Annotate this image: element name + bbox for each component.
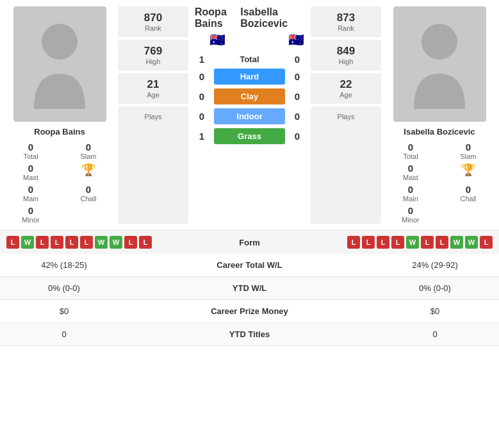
player1-stats: 0 Total 0 Slam 0 Mast 🏆 0 Main 0 Chall bbox=[5, 142, 114, 224]
form-badge: L bbox=[362, 236, 375, 249]
player1-mast-value: 0 bbox=[28, 163, 33, 174]
indoor-row: 0 Indoor 0 bbox=[192, 107, 307, 126]
grass-badge: Grass bbox=[214, 128, 285, 144]
form-badge: L bbox=[377, 236, 389, 249]
player1-rank-box: 870 Rank bbox=[118, 6, 188, 37]
player1-chall-value: 0 bbox=[86, 184, 91, 195]
player2-chall-cell: 0 Chall bbox=[443, 184, 494, 203]
player2-high-label: High bbox=[315, 58, 377, 65]
player1-mast2-cell: 0 Main bbox=[5, 184, 56, 203]
p2-ytd-wl: 0% (0-0) bbox=[371, 277, 499, 300]
form-badge: L bbox=[65, 236, 78, 249]
player1-mid-stats: 870 Rank 769 High 21 Age Plays bbox=[118, 6, 188, 224]
form-badge: W bbox=[465, 236, 478, 249]
form-badge: L bbox=[480, 236, 493, 249]
hard-p1-score: 0 bbox=[192, 71, 211, 82]
clay-row: 0 Clay 0 bbox=[192, 87, 307, 106]
form-badge: L bbox=[51, 236, 63, 249]
player2-plays-label: Plays bbox=[315, 113, 377, 120]
player1-rank-label: Rank bbox=[122, 24, 184, 32]
player2-avatar bbox=[393, 6, 486, 122]
indoor-badge: Indoor bbox=[214, 108, 285, 124]
player1-age-box: 21 Age bbox=[118, 73, 188, 104]
prize-money-row: $0 Career Prize Money $0 bbox=[0, 300, 499, 323]
ytd-wl-label: YTD W/L bbox=[128, 277, 371, 300]
player1-minor-cell: 0 Minor bbox=[5, 205, 56, 224]
p1-prize: $0 bbox=[0, 300, 128, 323]
p2-name-text: Isabella Bozicevic bbox=[240, 6, 304, 29]
clay-p1-score: 0 bbox=[192, 91, 211, 102]
player1-total-label: Total bbox=[23, 153, 38, 160]
p1-ytd-titles: 0 bbox=[0, 323, 128, 346]
player2-age-box: 22 Age bbox=[311, 73, 381, 104]
grass-p1-score: 1 bbox=[192, 131, 211, 142]
player1-age-label: Age bbox=[122, 91, 184, 99]
player1-name: Roopa Bains bbox=[34, 127, 85, 137]
total-label: Total bbox=[211, 54, 288, 64]
player1-rank-value: 870 bbox=[122, 12, 184, 24]
player1-chall-label: Chall bbox=[80, 195, 96, 203]
grass-row: 1 Grass 0 bbox=[192, 127, 307, 145]
player2-trophy-cell: 🏆 bbox=[443, 163, 494, 181]
player1-slam-label: Slam bbox=[80, 153, 96, 160]
player2-minor-value: 0 bbox=[408, 205, 413, 216]
player2-rank-label: Rank bbox=[315, 24, 377, 32]
player1-minor-value: 0 bbox=[28, 205, 33, 216]
player2-mast-cell: 0 Mast bbox=[385, 163, 436, 181]
player2-slam-label: Slam bbox=[460, 153, 476, 160]
player2-chall-value: 0 bbox=[466, 184, 471, 195]
player1-plays-label: Plays bbox=[122, 113, 184, 120]
ytd-wl-row: 0% (0-0) YTD W/L 0% (0-0) bbox=[0, 277, 499, 300]
player2-chall-label: Chall bbox=[460, 195, 476, 203]
clay-badge: Clay bbox=[214, 88, 285, 104]
svg-point-1 bbox=[421, 24, 457, 60]
hard-p2-score: 0 bbox=[288, 71, 307, 82]
player2-slam-cell: 0 Slam bbox=[443, 142, 494, 160]
player2-card: Isabella Bozicevic 0 Total 0 Slam 0 Mast… bbox=[385, 6, 494, 224]
player2-total-value: 0 bbox=[408, 142, 413, 153]
player1-high-value: 769 bbox=[122, 45, 184, 58]
p2-career-total: 24% (29-92) bbox=[371, 254, 499, 277]
form-badge: L bbox=[139, 236, 152, 249]
center-panel: Roopa Bains 🇦🇺 Isabella Bozicevic 🇦🇺 1 T… bbox=[192, 6, 307, 224]
indoor-p2-score: 0 bbox=[288, 111, 307, 122]
p1-flag: 🇦🇺 bbox=[209, 32, 225, 47]
p2-prize: $0 bbox=[371, 300, 499, 323]
match-header: Roopa Bains 0 Total 0 Slam 0 Mast 🏆 0 Ma… bbox=[0, 0, 499, 230]
player1-high-box: 769 High bbox=[118, 40, 188, 71]
player2-total-label: Total bbox=[403, 153, 418, 160]
form-label: Form bbox=[211, 238, 288, 247]
player1-avatar bbox=[13, 6, 106, 122]
player1-mast-label: Mast bbox=[23, 174, 38, 181]
player2-age-value: 22 bbox=[315, 78, 377, 91]
player2-main-value: 0 bbox=[408, 184, 413, 195]
player2-slam-value: 0 bbox=[466, 142, 471, 153]
player2-mast-label: Mast bbox=[403, 174, 418, 181]
player1-minor-label: Minor bbox=[22, 216, 40, 224]
player2-mid-stats: 873 Rank 849 High 22 Age Plays bbox=[311, 6, 381, 224]
player1-chall-cell: 0 Chall bbox=[63, 184, 114, 203]
p1-ytd-wl: 0% (0-0) bbox=[0, 277, 128, 300]
player2-rank-box: 873 Rank bbox=[311, 6, 381, 37]
player1-total-value: 0 bbox=[28, 142, 33, 153]
p1-name-text: Roopa Bains bbox=[195, 6, 240, 29]
player2-plays-box: Plays bbox=[311, 106, 381, 224]
player2-mast-value: 0 bbox=[408, 163, 413, 174]
form-badge: L bbox=[347, 236, 360, 249]
p2-ytd-titles: 0 bbox=[371, 323, 499, 346]
form-badge: L bbox=[124, 236, 137, 249]
form-badge: W bbox=[110, 236, 122, 249]
p2-flag: 🇦🇺 bbox=[288, 32, 304, 47]
player1-main-value: 0 bbox=[28, 184, 33, 195]
prize-label: Career Prize Money bbox=[128, 300, 371, 323]
form-badge: L bbox=[36, 236, 49, 249]
player1-total-cell: 0 Total bbox=[5, 142, 56, 160]
player2-name: Isabella Bozicevic bbox=[404, 127, 475, 137]
player2-main-label: Main bbox=[403, 195, 418, 203]
player2-minor-label: Minor bbox=[402, 216, 420, 224]
p2-name-center: Isabella Bozicevic 🇦🇺 bbox=[240, 6, 304, 47]
player2-rank-value: 873 bbox=[315, 12, 377, 24]
form-p1: LWLLLLWWLL bbox=[6, 236, 211, 249]
career-total-row: 42% (18-25) Career Total W/L 24% (29-92) bbox=[0, 254, 499, 277]
p1-career-total: 42% (18-25) bbox=[0, 254, 128, 277]
